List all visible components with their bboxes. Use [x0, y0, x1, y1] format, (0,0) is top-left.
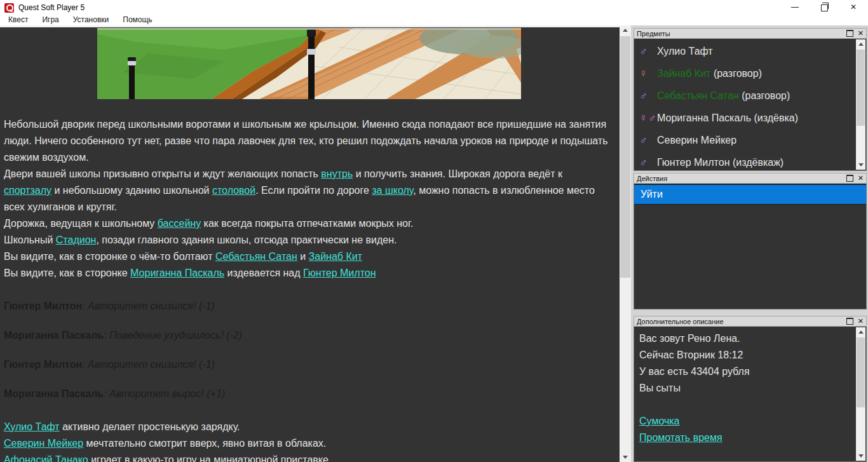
float-panel-icon[interactable]: [846, 318, 853, 325]
menu-item-помощь[interactable]: Помощь: [116, 14, 159, 25]
text-span: . Если пройти по дороге: [255, 185, 372, 196]
items-scroll-thumb[interactable]: [857, 50, 865, 126]
gender-icons: ♂: [639, 156, 657, 169]
text-span: :: [82, 359, 88, 370]
text-link[interactable]: Мориганна Паскаль: [130, 268, 224, 278]
gender-icons: ♂: [639, 134, 657, 147]
scroll-down-icon[interactable]: [856, 160, 865, 170]
main-scrollbar[interactable]: [620, 25, 631, 462]
text-link[interactable]: спортзалу: [4, 185, 51, 196]
text-link[interactable]: бассейну: [158, 218, 201, 229]
menu-item-игра[interactable]: Игра: [35, 14, 65, 25]
main-scroll-track[interactable]: [620, 35, 631, 452]
spacer: [639, 446, 855, 462]
text-span: и небольшому зданию школьной: [51, 185, 212, 196]
extra-line: Сейчас Вторник 18:12: [639, 347, 855, 363]
text-span: У вас есть 43404 рубля: [639, 366, 750, 377]
scroll-up-icon[interactable]: [856, 39, 865, 49]
game-text-block: Хулио Тафт активно делает простенькую за…: [4, 419, 613, 435]
male-gender-icon: ♂: [639, 45, 648, 58]
text-span: Дорожка, ведущая к школьному: [4, 218, 158, 229]
text-span: Северин Мейкер: [657, 135, 736, 146]
inventory-item[interactable]: ♀Зайнаб Кит (разговор): [634, 62, 856, 85]
text-span: Двери вашей школы призывно открыты и жду…: [4, 168, 321, 179]
text-link[interactable]: Стадион: [56, 234, 97, 245]
text-link[interactable]: Сумочка: [639, 416, 680, 426]
extra-scroll-track[interactable]: [856, 337, 865, 451]
text-span: мечтательно смотрит вверх, явно витая в …: [83, 438, 326, 449]
float-panel-icon[interactable]: [846, 175, 853, 182]
inventory-item[interactable]: ♂Северин Мейкер: [634, 129, 856, 151]
text-span: Авторитет снизился! (-1): [88, 301, 215, 311]
text-span: Гюнтер Милтон: [4, 301, 82, 311]
close-button[interactable]: ✕: [839, 0, 868, 14]
close-panel-icon[interactable]: ✕: [858, 318, 864, 325]
items-scrollbar[interactable]: [856, 39, 865, 170]
spacer: [4, 344, 613, 357]
text-span: Гюнтер Милтон: [4, 359, 82, 370]
text-span: Себастьян Сатан: [657, 90, 739, 101]
actions-panel-title: Действия: [637, 175, 846, 182]
close-panel-icon[interactable]: ✕: [858, 175, 864, 182]
text-span: Вы видите, как в сторонке о чём-то болта…: [4, 251, 215, 262]
items-scroll-track[interactable]: [856, 49, 865, 160]
inventory-item-label: Себастьян Сатан (разговор): [657, 90, 790, 102]
text-link[interactable]: Себастьян Сатан: [215, 251, 297, 262]
menu-item-квест[interactable]: Квест: [1, 14, 35, 25]
text-span: :: [82, 301, 88, 311]
male-gender-icon: ♂: [639, 90, 648, 102]
inventory-item[interactable]: ♂Хулио Тафт: [634, 40, 856, 62]
text-span: (разговор): [739, 90, 790, 101]
action-item[interactable]: Уйти: [634, 184, 866, 205]
float-panel-icon[interactable]: [846, 30, 853, 37]
window-title: Quest Soft Player 5: [18, 2, 780, 12]
game-text-block: Афонасий Танако играет в какую-то игру н…: [4, 452, 613, 462]
text-link[interactable]: Гюнтер Милтон: [303, 268, 376, 278]
right-panels: Предметы ✕ ♂Хулио Тафт♀Зайнаб Кит (разго…: [634, 25, 868, 462]
text-span: Небольшой дворик перед школьными воротам…: [4, 119, 608, 163]
scene-image: [97, 28, 521, 99]
text-link[interactable]: столовой: [212, 185, 255, 196]
scroll-down-icon[interactable]: [620, 452, 631, 462]
text-link[interactable]: внутрь: [321, 168, 353, 179]
extra-scrollbar[interactable]: [856, 327, 865, 461]
restore-button[interactable]: [810, 0, 839, 14]
scroll-up-icon[interactable]: [856, 327, 865, 337]
text-span: играет в какую-то игру на миниатюрной пр…: [88, 454, 332, 462]
text-span: Поведение ухудшилось! (-2): [109, 330, 242, 341]
scroll-down-icon[interactable]: [856, 451, 865, 461]
text-span: (разговор): [710, 68, 762, 79]
app-window: Quest Soft Player 5 — ✕ КвестИграУстанов…: [0, 0, 868, 462]
inventory-item-label: Хулио Тафт: [657, 46, 713, 57]
inventory-item[interactable]: ♂Гюнтер Милтон (издёвкаж): [634, 151, 856, 173]
menu-item-установки[interactable]: Установки: [66, 14, 116, 25]
extra-scroll-thumb[interactable]: [857, 337, 865, 407]
game-text-block: Мориганна Паскаль: Поведение ухудшилось!…: [4, 327, 613, 344]
minimize-button[interactable]: —: [780, 0, 810, 14]
text-span: Мориганна Паскаль (издёвка): [657, 112, 798, 123]
menu-bar: КвестИграУстановкиПомощь: [0, 14, 868, 25]
game-text-block: Мориганна Паскаль: Авторитет вырос! (+1): [4, 386, 613, 402]
spacer: [4, 373, 613, 386]
extra-line: Промотать время: [639, 430, 855, 446]
text-span: :: [104, 330, 109, 341]
title-bar: Quest Soft Player 5 — ✕: [0, 0, 868, 14]
text-link[interactable]: Афонасий Танако: [4, 454, 88, 462]
text-link[interactable]: за школу: [372, 185, 413, 196]
scroll-up-icon[interactable]: [620, 25, 631, 35]
extra-description-panel: Дополнительное описание ✕ Вас зовут Рено…: [634, 316, 867, 462]
text-link[interactable]: Хулио Тафт: [4, 421, 60, 432]
male-gender-icon: ♂: [639, 134, 648, 147]
arrow-up-icon: [858, 43, 864, 46]
content-area: Небольшой дворик перед школьными воротам…: [0, 25, 868, 462]
arrow-down-icon: [623, 456, 628, 459]
close-panel-icon[interactable]: ✕: [858, 30, 864, 37]
text-link[interactable]: Северин Мейкер: [4, 438, 83, 449]
main-scroll-thumb[interactable]: [620, 36, 630, 278]
text-link[interactable]: Зайнаб Кит: [309, 251, 362, 262]
inventory-item[interactable]: ♀♂Мориганна Паскаль (издёвка): [634, 107, 856, 129]
inventory-list: ♂Хулио Тафт♀Зайнаб Кит (разговор)♂Себаст…: [634, 40, 856, 173]
text-link[interactable]: Промотать время: [639, 432, 722, 443]
text-span: и: [297, 251, 309, 262]
inventory-item[interactable]: ♂Себастьян Сатан (разговор): [634, 85, 856, 107]
